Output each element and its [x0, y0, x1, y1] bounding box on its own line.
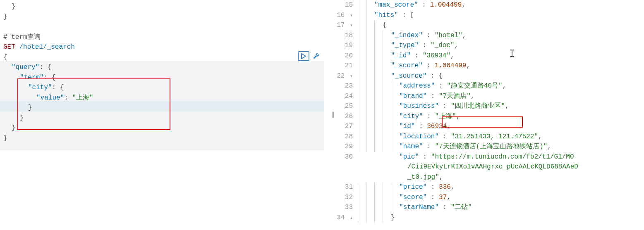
fold-icon[interactable]: ▴ [348, 213, 353, 223]
fold-icon[interactable]: ▾ [348, 11, 353, 21]
response-viewer[interactable]: 15 16 ▾ 17 ▾ 18 19 20 21 22 ▾ 23 24 25 2… [335, 0, 644, 230]
comment-line: # term查询 [3, 32, 331, 43]
fold-icon[interactable]: ▾ [348, 71, 353, 82]
play-icon [301, 53, 306, 59]
request-action-toolbar [298, 51, 321, 61]
wrench-icon [312, 52, 320, 60]
svg-marker-0 [302, 54, 306, 59]
pane-divider[interactable]: ‖ [331, 0, 335, 230]
settings-button[interactable] [311, 51, 321, 61]
request-editor[interactable]: } } # term查询 GET /hotel/_search { "query… [0, 0, 331, 230]
fold-icon[interactable]: ▾ [348, 21, 353, 31]
run-query-button[interactable] [298, 51, 309, 61]
request-line[interactable]: GET /hotel/_search [3, 42, 331, 52]
line-number-gutter: 15 16 ▾ 17 ▾ 18 19 20 21 22 ▾ 23 24 25 2… [335, 0, 358, 230]
